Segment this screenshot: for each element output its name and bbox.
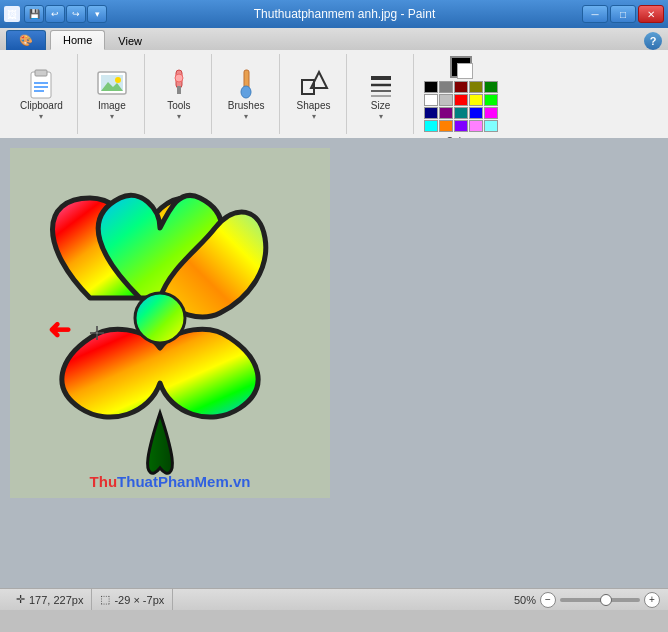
- title-bar: 🖼 💾 ↩ ↪ ▾ Thuthuatphanmem anh.jpg - Pain…: [0, 0, 668, 28]
- ribbon-tabs: 🎨 Home View ?: [0, 28, 668, 50]
- shapes-sub: ▾: [312, 112, 316, 121]
- ribbon-group-tools: Tools ▾: [147, 54, 212, 134]
- tools-sub: ▾: [177, 112, 181, 121]
- zoom-in-button[interactable]: +: [644, 592, 660, 608]
- status-bar: ✛ 177, 227px ⬚ -29 × -7px 50% − +: [0, 588, 668, 610]
- color-lightcyan[interactable]: [484, 120, 498, 132]
- color-pink[interactable]: [469, 120, 483, 132]
- selection-section: ⬚ -29 × -7px: [92, 589, 173, 610]
- color-gray[interactable]: [439, 81, 453, 93]
- ribbon-group-colors: Colors: [416, 54, 506, 134]
- selection-icon: ⬚: [100, 593, 110, 606]
- watermark-vn: vn: [233, 473, 251, 490]
- shapes-icon: [298, 68, 330, 100]
- ribbon-group-shapes: Shapes ▾: [282, 54, 347, 134]
- color-navy[interactable]: [424, 107, 438, 119]
- color-silver[interactable]: [439, 94, 453, 106]
- ribbon-group-image: Image ▾: [80, 54, 145, 134]
- tools-items: Tools ▾: [155, 56, 203, 132]
- color-white[interactable]: [424, 94, 438, 106]
- background-color[interactable]: [457, 63, 473, 79]
- color-red[interactable]: [454, 94, 468, 106]
- ribbon-group-size: Size ▾: [349, 54, 414, 134]
- quick-access-bar: 💾 ↩ ↪ ▾: [24, 5, 107, 23]
- image-button[interactable]: Image ▾: [88, 64, 136, 125]
- watermark-dot-vn: .vn: [229, 473, 251, 490]
- clipboard-button[interactable]: Clipboard ▾: [14, 64, 69, 125]
- color-teal[interactable]: [454, 107, 468, 119]
- main-area: ➜ ThuThuatPhanMem.vn: [0, 138, 668, 588]
- svg-point-11: [175, 74, 183, 82]
- paint-menu-btn[interactable]: 🎨: [6, 30, 46, 50]
- foreground-color[interactable]: [450, 56, 472, 78]
- save-quick-btn[interactable]: 💾: [24, 5, 44, 23]
- zoom-thumb[interactable]: [600, 594, 612, 606]
- minimize-button[interactable]: ─: [582, 5, 608, 23]
- zoom-out-button[interactable]: −: [540, 592, 556, 608]
- ribbon-content: Clipboard ▾ Image ▾: [0, 50, 668, 138]
- app-icon: 🖼: [4, 6, 20, 22]
- svg-point-13: [241, 86, 251, 98]
- zoom-section: 50% − +: [514, 592, 660, 608]
- tab-home[interactable]: Home: [50, 30, 105, 50]
- colors-content: [424, 56, 498, 134]
- ribbon-group-brushes: Brushes ▾: [214, 54, 280, 134]
- color-yellow[interactable]: [469, 94, 483, 106]
- size-sub: ▾: [379, 112, 383, 121]
- title-bar-left: 🖼 💾 ↩ ↪ ▾: [4, 5, 107, 23]
- paint-canvas[interactable]: ➜ ThuThuatPhanMem.vn: [10, 148, 330, 498]
- zoom-slider[interactable]: [560, 598, 640, 602]
- window-title: Thuthuatphanmem anh.jpg - Paint: [107, 7, 582, 21]
- position-value: 177, 227px: [29, 594, 83, 606]
- redo-quick-btn[interactable]: ↪: [66, 5, 86, 23]
- color-purple[interactable]: [439, 107, 453, 119]
- color-magenta[interactable]: [484, 107, 498, 119]
- canvas-wrapper[interactable]: ➜ ThuThuatPhanMem.vn: [0, 138, 668, 588]
- undo-quick-btn[interactable]: ↩: [45, 5, 65, 23]
- size-icon: [365, 68, 397, 100]
- color-black[interactable]: [424, 81, 438, 93]
- color-violet[interactable]: [454, 120, 468, 132]
- color-lime[interactable]: [484, 94, 498, 106]
- tools-label: Tools: [167, 100, 190, 112]
- svg-rect-4: [34, 90, 44, 92]
- close-button[interactable]: ✕: [638, 5, 664, 23]
- position-section: ✛ 177, 227px: [8, 589, 92, 610]
- color-blue[interactable]: [469, 107, 483, 119]
- clipboard-label: Clipboard: [20, 100, 63, 112]
- clipboard-items: Clipboard ▾: [14, 56, 69, 132]
- color-orange[interactable]: [439, 120, 453, 132]
- watermark-thu: Thu: [90, 473, 118, 490]
- tools-button[interactable]: Tools ▾: [155, 64, 203, 125]
- brushes-label: Brushes: [228, 100, 265, 112]
- image-label: Image: [98, 100, 126, 112]
- image-sub: ▾: [110, 112, 114, 121]
- color-cyan[interactable]: [424, 120, 438, 132]
- image-items: Image ▾: [88, 56, 136, 132]
- svg-point-20: [135, 293, 185, 343]
- svg-rect-1: [35, 70, 47, 76]
- clipboard-icon: [25, 68, 57, 100]
- size-label: Size: [371, 100, 390, 112]
- brushes-icon: [230, 68, 262, 100]
- shapes-button[interactable]: Shapes ▾: [290, 64, 338, 125]
- size-items: Size ▾: [357, 56, 405, 132]
- watermark-thuat: Thuat: [117, 473, 158, 490]
- brushes-sub: ▾: [244, 112, 248, 121]
- tab-view[interactable]: View: [105, 30, 155, 50]
- color-olive[interactable]: [469, 81, 483, 93]
- brushes-button[interactable]: Brushes ▾: [222, 64, 271, 125]
- color-darkred[interactable]: [454, 81, 468, 93]
- shapes-items: Shapes ▾: [290, 56, 338, 132]
- colors-palette: [424, 81, 498, 132]
- maximize-button[interactable]: □: [610, 5, 636, 23]
- tools-icon: [163, 68, 195, 100]
- watermark: ThuThuatPhanMem.vn: [90, 473, 251, 490]
- window-controls: ─ □ ✕: [582, 5, 664, 23]
- help-button[interactable]: ?: [644, 32, 662, 50]
- dropdown-quick-btn[interactable]: ▾: [87, 5, 107, 23]
- svg-rect-2: [34, 82, 48, 84]
- size-button[interactable]: Size ▾: [357, 64, 405, 125]
- zoom-value: 50%: [514, 594, 536, 606]
- color-green[interactable]: [484, 81, 498, 93]
